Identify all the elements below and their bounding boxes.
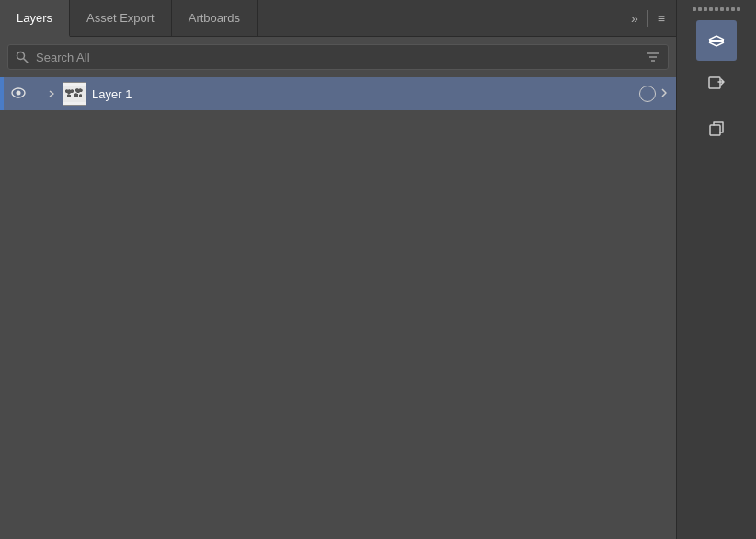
svg-rect-9: [709, 77, 720, 88]
expand-icon: »: [631, 11, 638, 26]
svg-point-6: [17, 91, 21, 96]
main-panel: Layers Asset Export Artboards » ≡: [0, 0, 676, 539]
sidebar-layers-button[interactable]: [696, 20, 737, 61]
tab-asset-export[interactable]: Asset Export: [70, 0, 172, 36]
sidebar-copy-button[interactable]: [696, 109, 737, 149]
svg-rect-10: [710, 125, 720, 135]
panel-menu-button[interactable]: ≡: [654, 9, 669, 28]
tab-actions: » ≡: [627, 0, 676, 36]
expand-panels-button[interactable]: »: [627, 9, 642, 28]
layer-target-button[interactable]: [639, 86, 656, 102]
layer-expand-toggle[interactable]: [40, 89, 63, 98]
tab-layers[interactable]: Layers: [0, 0, 70, 37]
tab-bar: Layers Asset Export Artboards » ≡: [0, 0, 676, 37]
filter-button[interactable]: [638, 50, 668, 64]
search-bar: [7, 44, 669, 70]
layer-thumbnail: [63, 82, 86, 106]
layer-list: Layer 1: [0, 77, 676, 539]
menu-icon: ≡: [658, 11, 665, 26]
tab-artboards[interactable]: Artboards: [172, 0, 258, 36]
sidebar-export-button[interactable]: [696, 64, 737, 105]
svg-line-1: [24, 59, 29, 63]
layer-actions: [639, 86, 676, 102]
layer-name: Layer 1: [92, 87, 639, 101]
layer-row[interactable]: Layer 1: [0, 77, 676, 110]
layer-collapse-icon: [659, 87, 672, 101]
sidebar-grip: [680, 4, 753, 15]
eye-icon: [11, 86, 26, 101]
tab-artboards-label: Artboards: [189, 11, 240, 25]
right-sidebar: [676, 0, 756, 539]
search-icon: [8, 51, 36, 63]
tab-separator: [647, 10, 648, 27]
tab-asset-export-label: Asset Export: [86, 11, 155, 25]
tab-layers-label: Layers: [17, 11, 52, 25]
search-input[interactable]: [36, 51, 638, 64]
layer-visibility-toggle[interactable]: [4, 86, 33, 101]
svg-rect-8: [709, 40, 724, 42]
